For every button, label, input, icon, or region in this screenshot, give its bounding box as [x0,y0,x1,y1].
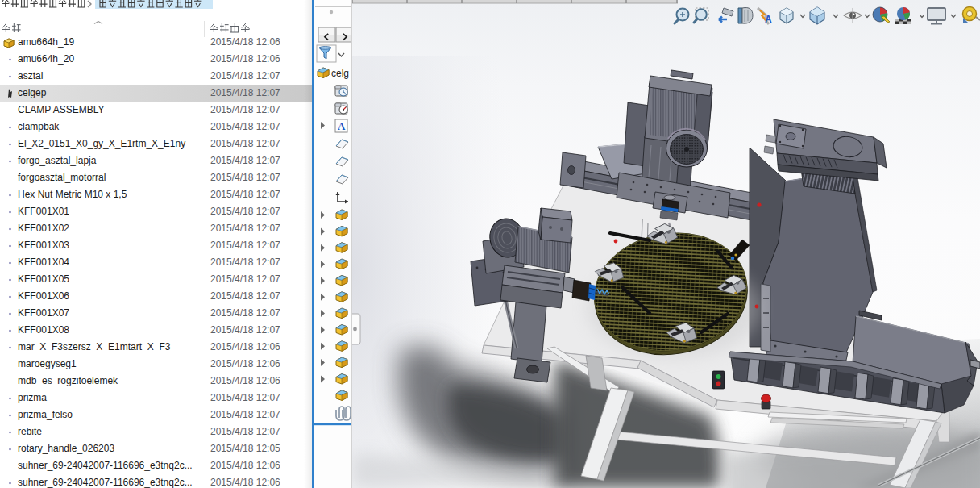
svg-text:A: A [765,14,772,25]
svg-text:A: A [338,120,346,132]
svg-text:celg: celg [331,68,349,79]
